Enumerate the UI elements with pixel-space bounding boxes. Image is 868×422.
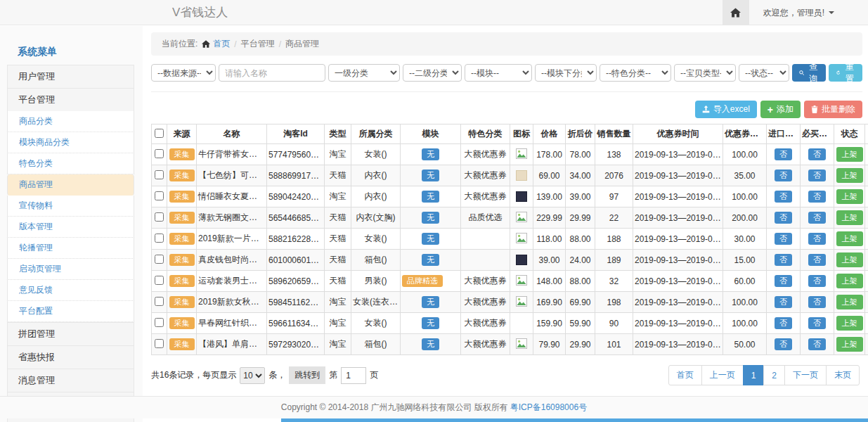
cell-select	[152, 207, 167, 229]
cell-type: 淘宝	[325, 186, 351, 207]
sidebar-item-goods-management[interactable]: 商品管理	[7, 174, 134, 196]
import-toggle-badge[interactable]: 否	[775, 254, 792, 266]
row-checkbox[interactable]	[155, 339, 164, 348]
sidebar-item-feedback[interactable]: 意见反馈	[7, 280, 134, 301]
feature-category-select[interactable]: --特色分类--	[600, 64, 671, 82]
row-checkbox[interactable]	[155, 149, 164, 158]
row-checkbox[interactable]	[155, 297, 164, 306]
sidebar-item-express-news[interactable]: 省惠快报	[7, 345, 134, 369]
level2-category-select[interactable]: --二级分类--	[403, 64, 462, 82]
cell-category: 箱包()	[351, 334, 401, 355]
jump-button[interactable]: 跳转到	[289, 366, 325, 384]
on-shelf-button[interactable]: 上架	[836, 316, 863, 331]
row-checkbox[interactable]	[155, 170, 164, 179]
breadcrumb-location-label: 当前位置:	[162, 38, 197, 50]
row-checkbox[interactable]	[155, 276, 164, 285]
on-shelf-button[interactable]: 上架	[836, 274, 863, 288]
on-shelf-button[interactable]: 上架	[836, 189, 863, 204]
level1-category-select[interactable]: 一级分类	[328, 64, 400, 82]
sidebar-item-platform-config[interactable]: 平台配置	[7, 301, 134, 322]
row-checkbox[interactable]	[155, 318, 164, 327]
data-source-select[interactable]: --数据来源--	[151, 64, 216, 82]
name-input[interactable]	[219, 64, 325, 82]
column-header: 操作	[865, 124, 868, 144]
product-thumbnail	[516, 170, 527, 181]
page-button-下一页[interactable]: 下一页	[784, 365, 827, 385]
import-toggle-badge[interactable]: 否	[775, 212, 792, 224]
add-button[interactable]: + 添加	[760, 101, 801, 118]
cell-import-select: 否	[767, 165, 801, 186]
icp-link[interactable]: 粤ICP备16098006号	[510, 402, 587, 414]
search-button[interactable]: 查询	[792, 64, 826, 82]
must-buy-toggle-badge[interactable]: 否	[808, 191, 826, 203]
page-button-末页[interactable]: 末页	[826, 365, 860, 385]
must-buy-toggle-badge[interactable]: 否	[808, 212, 826, 224]
on-shelf-button[interactable]: 上架	[836, 337, 863, 352]
import-toggle-badge[interactable]: 否	[775, 317, 792, 329]
import-toggle-badge[interactable]: 否	[775, 148, 792, 160]
page-number-input[interactable]	[341, 367, 366, 384]
on-shelf-button[interactable]: 上架	[836, 252, 863, 267]
row-checkbox[interactable]	[155, 255, 164, 264]
per-page-select[interactable]: 10	[240, 367, 265, 384]
module-badge: 无	[422, 338, 439, 350]
sidebar-item-platform[interactable]: 平台管理	[7, 88, 134, 111]
cell-sales: 32	[595, 271, 633, 292]
home-button[interactable]	[723, 0, 749, 25]
source-badge: 采集	[169, 233, 195, 245]
must-buy-toggle-badge[interactable]: 否	[808, 170, 826, 181]
must-buy-toggle-badge[interactable]: 否	[808, 275, 826, 287]
row-checkbox[interactable]	[155, 212, 164, 222]
page-button-1[interactable]: 1	[743, 365, 765, 385]
sidebar-item-splash-page[interactable]: 启动页管理	[7, 259, 134, 280]
must-buy-toggle-badge[interactable]: 否	[808, 254, 826, 266]
row-checkbox[interactable]	[155, 191, 164, 200]
import-toggle-badge[interactable]: 否	[775, 170, 792, 181]
sidebar-item-group-buy[interactable]: 拼团管理	[7, 322, 134, 345]
import-toggle-badge[interactable]: 否	[775, 296, 792, 308]
reset-button[interactable]: 重置	[829, 64, 862, 82]
must-buy-toggle-badge[interactable]: 否	[808, 233, 826, 245]
sidebar-item-users[interactable]: 用户管理	[7, 65, 134, 88]
cell-coupon-time: 2019-09-13—2019-09-17	[633, 313, 723, 334]
module-sub-category-select[interactable]: --模块下分类--	[535, 64, 597, 82]
must-buy-toggle-badge[interactable]: 否	[808, 296, 826, 308]
sidebar-item-feature-category[interactable]: 特色分类	[7, 153, 134, 174]
select-all-checkbox[interactable]	[155, 129, 164, 138]
sidebar-item-carousel[interactable]: 轮播管理	[7, 238, 134, 259]
sidebar-item-goods-category[interactable]: 商品分类	[7, 111, 134, 132]
import-toggle-badge[interactable]: 否	[775, 275, 792, 287]
row-checkbox[interactable]	[155, 234, 164, 243]
page-button-上一页[interactable]: 上一页	[701, 365, 744, 385]
on-shelf-button[interactable]: 上架	[836, 147, 863, 162]
module-select[interactable]: --模块--	[465, 64, 532, 82]
on-shelf-button[interactable]: 上架	[836, 231, 863, 246]
import-toggle-badge[interactable]: 否	[775, 338, 792, 350]
cell-must-buy: 否	[801, 144, 834, 165]
cell-price: 69.00	[533, 165, 566, 186]
on-shelf-button[interactable]: 上架	[836, 168, 863, 183]
cell-select	[152, 292, 167, 313]
on-shelf-button[interactable]: 上架	[836, 295, 863, 309]
import-toggle-badge[interactable]: 否	[775, 191, 792, 203]
import-toggle-badge[interactable]: 否	[775, 233, 792, 245]
item-type-select[interactable]: --宝贝类型--	[674, 64, 736, 82]
module-badge: 无	[422, 212, 439, 224]
sidebar-item-module-goods-category[interactable]: 模块商品分类	[7, 132, 134, 153]
status-select[interactable]: --状态--	[739, 64, 789, 82]
breadcrumb-home-link[interactable]: 首页	[202, 38, 230, 50]
on-shelf-button[interactable]: 上架	[836, 210, 863, 225]
batch-delete-button[interactable]: 批量删除	[804, 101, 862, 118]
import-excel-button[interactable]: 导入excel	[695, 101, 757, 118]
must-buy-toggle-badge[interactable]: 否	[808, 317, 826, 329]
user-menu[interactable]: 欢迎您，管理员!	[749, 7, 868, 19]
trash-icon	[811, 106, 818, 113]
page-button-首页[interactable]: 首页	[668, 365, 702, 385]
page-button-2[interactable]: 2	[763, 365, 785, 385]
refresh-icon	[836, 69, 841, 77]
must-buy-toggle-badge[interactable]: 否	[808, 148, 826, 160]
sidebar-item-messages[interactable]: 消息管理	[7, 369, 134, 392]
sidebar-item-promo-materials[interactable]: 宣传物料	[7, 196, 134, 217]
must-buy-toggle-badge[interactable]: 否	[808, 338, 826, 350]
sidebar-item-version[interactable]: 版本管理	[7, 217, 134, 238]
